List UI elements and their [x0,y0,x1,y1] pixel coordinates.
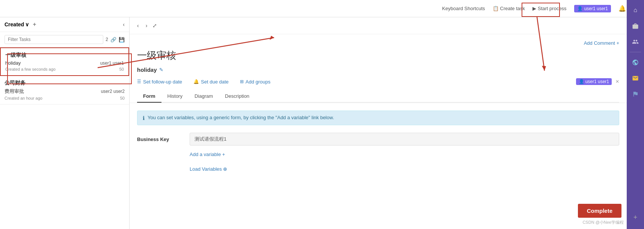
edit-task-icon[interactable]: ✎ [159,67,163,73]
task-row: holiday user1 user1 [5,60,124,66]
nav-arrows: ‹ › ⤢ [130,17,627,34]
business-key-label: Business Key [137,136,190,142]
assignee-item: 👤 user1 user1 ✕ [576,78,619,85]
content-body: ℹ You can set variables, using a generic… [130,103,627,179]
watermark: CSDN @小Nee学编程 [582,220,624,225]
link-icon[interactable]: 🔗 [110,37,116,42]
load-variables-row: Load Variables ⊕ [137,166,619,172]
remove-assignee-button[interactable]: ✕ [615,79,619,84]
main-layout: Created ∨ + ‹ 2 🔗 💾 一级审核 holiday user1 u… [0,17,644,229]
add-comment-button[interactable]: Add Comment + [584,40,619,46]
task-group-name: 公司财务 [5,80,125,86]
follow-up-date-button[interactable]: ☰ Set follow-up date [137,79,182,85]
expand-button[interactable]: ⤢ [152,23,157,29]
task-priority: 50 [120,96,125,100]
nav-back-button[interactable]: ‹ [136,22,140,29]
people-icon[interactable] [628,35,642,49]
task-count-badge: 2 [106,37,108,42]
task-assignee: user1 user1 [100,61,124,66]
task-group-name: 一级审核 [5,52,124,59]
tabs-bar: Form History Diagram Description [137,90,619,103]
sidebar-plus-icon[interactable]: + [633,214,638,221]
created-label[interactable]: Created ∨ [5,21,29,27]
content-header-top: Add Comment + [137,40,619,46]
task-name: holiday [5,60,21,66]
sidebar-divider [630,52,641,52]
add-task-button[interactable]: + [33,21,36,28]
business-key-row: Business Key 测试请假流程1 [137,133,619,146]
task-priority: 50 [119,67,124,71]
nav-forward-button[interactable]: › [144,22,149,29]
calendar-icon: ☰ [137,79,141,84]
top-bar-actions: Keyboard Shortcuts 📋 Create task ▶ Start… [442,5,626,12]
assignee-icon: 👤 [579,79,584,84]
task-meta: Created a few seconds ago 50 [5,67,124,71]
add-groups-button[interactable]: ⊞ Add groups [240,79,271,85]
globe-icon[interactable] [628,55,642,70]
due-date-button[interactable]: 🔔 Set due date [193,79,229,85]
save-filter-icon[interactable]: 💾 [119,37,125,42]
task-item[interactable]: 公司财务 费用审批 user2 user2 Created an hour ag… [0,76,129,105]
task-assignee: user2 user2 [101,89,125,94]
user-icon: 👤 [577,6,583,11]
start-process-link[interactable]: ▶ Start process [532,6,567,11]
flag-icon[interactable] [628,87,642,101]
briefcase-icon[interactable] [628,19,642,33]
task-list: 一级审核 holiday user1 user1 Created a few s… [0,47,129,229]
info-icon: ℹ [143,115,145,121]
bell-small-icon: 🔔 [193,79,199,84]
task-meta: Created an hour ago 50 [5,96,125,100]
task-name: 费用审批 [5,88,24,95]
left-panel: Created ∨ + ‹ 2 🔗 💾 一级审核 holiday user1 u… [0,17,130,229]
tab-description[interactable]: Description [219,90,255,103]
create-task-link[interactable]: 📋 Create task [493,6,525,11]
load-variables-link[interactable]: Load Variables ⊕ [190,166,227,172]
top-bar: Keyboard Shortcuts 📋 Create task ▶ Start… [0,0,644,17]
tab-form[interactable]: Form [137,90,161,103]
info-text: You can set variables, using a generic f… [148,115,334,120]
complete-button[interactable]: Complete [578,204,621,218]
tab-diagram[interactable]: Diagram [189,90,219,103]
groups-icon: ⊞ [240,79,244,84]
user-badge[interactable]: 👤 user1 user1 [574,5,611,12]
created-chevron-icon: ∨ [25,21,29,27]
content-header: Add Comment + 一级审核 holiday ✎ ☰ Set follo… [130,34,627,103]
add-variable-row: Add a variable + [137,152,619,162]
start-process-icon: ▶ [532,6,536,11]
task-meta-row: ☰ Set follow-up date 🔔 Set due date ⊞ Ad… [137,78,619,85]
add-variable-link[interactable]: Add a variable + [190,152,225,157]
content-panel: ‹ › ⤢ Add Comment + 一级审核 holiday ✎ ☰ Set… [130,17,627,229]
tab-history[interactable]: History [161,90,189,103]
info-box: ℹ You can set variables, using a generic… [137,111,619,125]
keyboard-shortcuts-link[interactable]: Keyboard Shortcuts [442,6,485,11]
filter-tasks-input[interactable] [5,35,103,44]
page-title: 一级审核 [137,49,619,62]
task-row: 费用审批 user2 user2 [5,88,125,95]
task-subtitle: holiday ✎ [137,67,619,73]
task-time: Created a few seconds ago [5,67,56,71]
home-icon[interactable]: ⌂ [628,3,642,17]
task-time: Created an hour ago [5,96,42,100]
filter-bar: 2 🔗 💾 [0,32,129,47]
task-item[interactable]: 一级审核 holiday user1 user1 Created a few s… [0,47,129,76]
collapse-panel-button[interactable]: ‹ [123,21,125,27]
task-subtitle-name: holiday [137,67,157,73]
left-panel-header: Created ∨ + ‹ [0,17,129,32]
assignee-badge[interactable]: 👤 user1 user1 [576,78,612,85]
create-task-icon: 📋 [493,6,499,11]
right-sidebar: ⌂ + [627,0,644,229]
envelope-icon[interactable] [628,71,642,85]
bell-icon[interactable]: 🔔 [618,5,626,12]
business-key-value: 测试请假流程1 [190,133,619,146]
